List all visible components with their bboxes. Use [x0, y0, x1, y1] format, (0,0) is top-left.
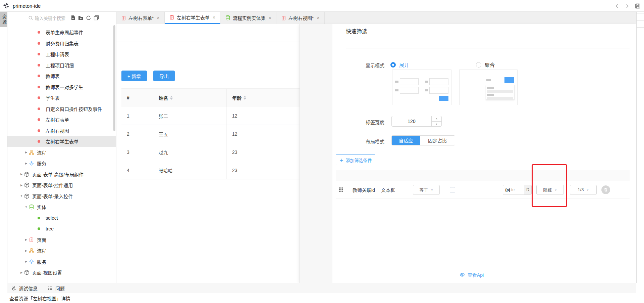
table-row: 4 张哈哈 23 — [121, 161, 300, 179]
search-input[interactable]: 输入关键字搜索 — [35, 15, 65, 21]
expand-arrow-icon[interactable] — [19, 184, 24, 187]
box-icon — [24, 270, 32, 275]
tree-item[interactable]: select — [7, 213, 116, 224]
expand-arrow-icon[interactable] — [19, 173, 24, 176]
tree-item[interactable]: 页面 — [7, 234, 116, 246]
collapse-mode-preview[interactable] — [459, 70, 518, 105]
tree-item[interactable]: 页面-表单-录入控件 — [7, 191, 116, 202]
tree-item[interactable]: tree — [7, 223, 116, 234]
expand-mode-preview[interactable] — [392, 70, 451, 105]
refresh-icon[interactable] — [86, 15, 91, 20]
add-row-button[interactable]: + 新增 — [121, 71, 147, 81]
tree-item[interactable]: 实体 — [7, 202, 116, 213]
close-icon[interactable]: × — [213, 15, 215, 20]
tree-item[interactable]: 表单生命周起事件 — [7, 27, 116, 38]
close-icon[interactable]: × — [269, 15, 271, 20]
tree-item[interactable]: 工程申请表 — [7, 49, 116, 60]
tree-item[interactable]: 财务费用归集表 — [7, 38, 116, 49]
display-mode-expand-radio[interactable]: 展开 — [390, 61, 409, 68]
table-column-header[interactable]: # — [121, 89, 153, 107]
table-column-header[interactable]: 年龄 — [227, 89, 300, 107]
settings-menu-item[interactable] — [300, 109, 332, 126]
tree-item-label: 工程申请表 — [46, 51, 69, 57]
step-up-icon[interactable]: ∧ — [432, 116, 441, 121]
tree-item[interactable]: 左树右视图 — [7, 125, 116, 136]
tree-item[interactable]: 页面-表单-控件通用 — [7, 180, 116, 191]
table-column-header[interactable]: 姓名 — [153, 89, 227, 107]
tree-item[interactable]: 教师表一对多学生 — [7, 82, 116, 93]
filter-row: 教师关联id 文本框 等于 ∨ {p} te D — [336, 181, 630, 199]
panel-title: 快速筛选 — [346, 27, 367, 35]
tree-item[interactable]: 教师表 — [7, 71, 116, 82]
settings-menu-item[interactable] — [300, 27, 332, 43]
settings-menu-item[interactable] — [300, 126, 332, 142]
nav-forward-icon[interactable] — [625, 3, 630, 9]
editor-tab[interactable]: 左树右视图* × — [276, 12, 325, 24]
nav-back-icon[interactable] — [614, 3, 620, 9]
sort-icon[interactable] — [170, 96, 173, 100]
tree-item[interactable]: 左树右表单 — [7, 114, 116, 125]
settings-menu-item[interactable] — [300, 76, 332, 93]
settings-menu-item[interactable] — [300, 43, 332, 60]
editor-tab[interactable]: 左树右表单* × — [116, 12, 165, 24]
delete-filter-button[interactable] — [601, 185, 610, 194]
collapse-panel-icon[interactable] — [94, 15, 99, 20]
tree-item[interactable]: 学生表 — [7, 92, 116, 103]
layout-adaptive-option[interactable]: 自适应 — [392, 136, 420, 145]
debug-info-button[interactable]: 调试信息 — [11, 285, 38, 292]
expand-arrow-icon[interactable] — [23, 238, 29, 241]
list-icon — [48, 286, 53, 291]
rail-tab-resources[interactable]: 资源 — [0, 12, 7, 27]
gear-icon — [29, 259, 37, 264]
lock-checkbox[interactable] — [450, 187, 455, 192]
view-api-link[interactable]: 查看Api — [332, 271, 611, 278]
tree-item[interactable]: 流程 — [7, 147, 116, 158]
tree-item[interactable]: 页面-视图设置 — [7, 267, 116, 278]
display-mode-collapse-radio[interactable]: 聚合 — [476, 61, 495, 68]
save-icon[interactable] — [635, 3, 641, 9]
export-button[interactable]: 导出 — [153, 71, 175, 81]
bug-icon — [11, 286, 16, 291]
settings-menu-item[interactable] — [300, 93, 332, 109]
layout-fixed-option[interactable]: 固定占比 — [420, 136, 455, 145]
problems-button[interactable]: 问题 — [48, 285, 65, 292]
layout-mode-segment: 自适应 固定占比 — [391, 135, 455, 145]
right-rail — [636, 12, 644, 283]
tree-item[interactable]: 服务 — [7, 158, 116, 169]
sidebar-scrollbar[interactable] — [113, 25, 115, 131]
tree-item-label: 页面-视图设置 — [32, 269, 62, 276]
tree-item[interactable]: 流程 — [7, 245, 116, 256]
new-folder-icon[interactable] — [78, 15, 84, 20]
editor-tab[interactable]: 左树右学生表单 × — [165, 12, 220, 24]
expand-arrow-icon[interactable] — [23, 206, 29, 209]
tree-item[interactable]: 工程项目明细 — [7, 60, 116, 71]
expand-arrow-icon[interactable] — [23, 151, 29, 154]
step-down-icon[interactable]: ∨ — [432, 121, 441, 127]
tree-item-label: select — [46, 215, 58, 221]
tree-item[interactable]: 左树右学生表单 — [7, 136, 116, 147]
drag-handle-icon[interactable] — [338, 187, 343, 192]
label-width-input[interactable]: 120 ∧ ∨ — [391, 116, 442, 127]
rail-tab[interactable] — [637, 20, 644, 28]
sort-icon[interactable] — [244, 96, 246, 100]
editor-tab[interactable]: 流程实例实体集 × — [220, 12, 276, 24]
expand-arrow-icon[interactable] — [19, 271, 24, 274]
default-value-input[interactable]: {p} te D — [503, 185, 532, 195]
tree-item[interactable]: 页面-表单-高级/布局组件 — [7, 169, 116, 180]
form-icon — [169, 15, 174, 20]
expand-arrow-icon[interactable] — [23, 162, 29, 165]
expand-arrow-icon[interactable] — [23, 249, 29, 252]
tree-item[interactable]: 服务 — [7, 256, 116, 267]
import-resource-icon[interactable] — [70, 15, 76, 20]
ratio-select[interactable]: 1/3 ∨ — [570, 185, 597, 195]
close-icon[interactable]: × — [317, 15, 319, 20]
settings-menu-item[interactable] — [300, 60, 332, 76]
expand-arrow-icon[interactable] — [19, 194, 24, 198]
display-select[interactable]: 隐藏 ∨ — [536, 185, 564, 195]
operator-select[interactable]: 等于 ∨ — [413, 185, 440, 195]
tree-item[interactable]: 自定义窗口操作按钮及事件 — [7, 103, 116, 115]
add-filter-button[interactable]: ＋ 添加筛选条件 — [336, 155, 375, 165]
close-icon[interactable]: × — [157, 15, 159, 20]
expand-arrow-icon[interactable] — [23, 260, 29, 263]
rail-tab[interactable] — [637, 13, 644, 20]
